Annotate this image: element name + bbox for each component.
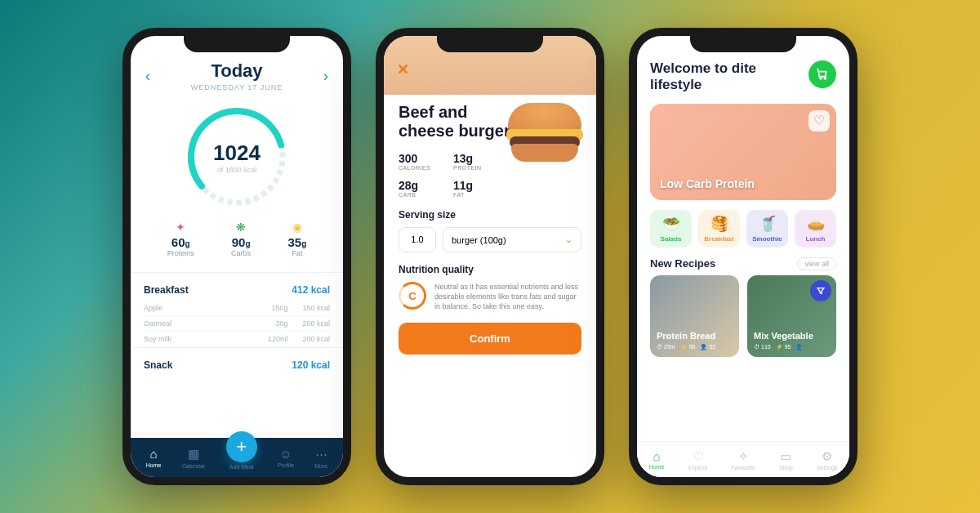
meal-item-row[interactable]: Soy milk120ml200 kcal [144,332,330,347]
person-icon: 👤 [700,344,707,350]
compass-icon: ✧ [738,449,749,464]
nav-shop[interactable]: ▭Shop [779,449,792,471]
view-all-button[interactable]: view all [797,257,836,270]
shop-icon: ▭ [780,449,791,464]
meal-section-snack[interactable]: Snack 120 kcal [131,347,343,371]
nav-favourite[interactable]: ✧Favourite [732,449,755,471]
profile-icon: ☺ [279,447,292,461]
quality-description: Neutral as it has essential nutrients an… [434,282,581,311]
serving-qty-input[interactable]: 1.0 [399,227,436,252]
serving-size-label: Serving size [399,209,581,221]
person-icon: 👤 [795,344,803,350]
phone-diet-lifestyle: Welcome to dite lifestyle ♡ Low Carb Pro… [629,28,858,485]
calories-goal-text: of 1800 kcal [217,166,257,174]
category-salads[interactable]: 🥗Salads [650,210,692,248]
page-title: Welcome to dite lifestyle [650,60,789,94]
salad-icon: 🥗 [662,215,680,233]
home-icon: ⌂ [653,449,660,463]
section-title: New Recipes [650,257,715,270]
nutrition-protein: 13gPROTEIN [453,152,497,171]
nutrition-fat: 11gFAT [453,179,497,198]
categories-row: 🥗Salads 🥞Breakfast 🥤Smoothie 🥧Lunch [650,210,836,248]
meal-kcal: 120 kcal [292,359,330,371]
meal-item-row[interactable]: Oatmeal30g200 kcal [144,316,330,332]
more-icon: ⋯ [315,447,327,462]
hero-card-title: Low Carb Protein [660,177,755,190]
svg-point-2 [820,78,822,79]
svg-point-3 [824,78,826,79]
calendar-icon: ▦ [188,447,199,462]
macro-fat: ◉ 35g Fat [287,221,306,257]
meal-kcal: 412 kcal [292,284,330,296]
meal-item-row[interactable]: Apple150g150 kcal [144,301,330,316]
nutrition-calories: 300CALORIES [399,152,442,171]
cart-icon [816,68,829,81]
close-button[interactable]: ✕ [397,60,409,78]
nav-home[interactable]: ⌂Home [146,447,162,468]
nav-more[interactable]: ⋯More [314,447,327,469]
recipe-name: Mix Vegetable [754,331,830,341]
calories-value: 1024 [213,141,261,166]
heart-icon: ♡ [693,449,703,464]
confirm-button[interactable]: Confirm [399,323,581,355]
meal-name: Snack [144,359,172,371]
lunch-icon: 🥧 [807,215,825,233]
nav-calendar[interactable]: ▦Calendar [182,447,205,469]
prev-day-button[interactable]: ‹ [145,68,150,85]
bottom-nav: ⌂Home ♡Explore ✧Favourite ▭Shop ⚙Setting… [637,441,849,477]
heart-icon: ♡ [813,113,825,128]
category-smoothie[interactable]: 🥤Smoothie [746,210,788,248]
filter-button[interactable] [810,280,831,301]
meal-name: Breakfast [144,284,189,296]
category-breakfast[interactable]: 🥞Breakfast [698,210,740,248]
page-title: Today [191,60,283,82]
nav-home[interactable]: ⌂Home [649,449,665,470]
chevron-down-icon: ⌄ [565,234,572,245]
nav-profile[interactable]: ☺Profile [278,447,294,468]
food-image [500,95,590,176]
nav-explore[interactable]: ♡Explore [688,449,708,471]
hero-card[interactable]: ♡ Low Carb Protein [650,104,836,200]
recipe-card[interactable]: Mix Vegetable ⏱110 ⚡95 👤 [747,275,836,357]
recipe-meta: ⏱110 ⚡95 👤 [754,344,830,350]
clock-icon: ⏱ [754,344,760,350]
meal-section-breakfast[interactable]: Breakfast 412 kcal Apple150g150 kcal Oat… [131,272,343,347]
phone-calorie-tracker: ‹ Today WEDNESDAY 17 JUNE › 1024 of 1800… [122,28,351,485]
gear-icon: ⚙ [822,449,832,464]
nutrition-carb: 28gCARB [399,179,442,198]
energy-icon: ⚡ [680,344,688,350]
filter-icon [816,286,826,296]
quality-grade-badge: C [399,282,426,310]
favorite-button[interactable]: ♡ [808,110,830,132]
recipe-name: Protein Bread [657,331,733,341]
phone-notch [437,34,543,52]
nav-add-meal[interactable]: +Add Meal [226,446,257,470]
energy-icon: ⚡ [776,344,783,350]
proteins-icon: ✦ [167,221,194,234]
smoothie-icon: 🥤 [759,215,777,233]
nutrition-quality-label: Nutrition quality [399,264,581,275]
recipe-meta: ⏱25m ⚡95 👤02 [657,344,733,350]
clock-icon: ⏱ [657,344,662,350]
macro-proteins: ✦ 60g Proteins [167,221,194,257]
add-meal-button[interactable]: + [226,431,257,462]
phone-notch [690,34,796,52]
phone-notch [184,34,290,52]
home-icon: ⌂ [150,447,158,461]
serving-unit-select[interactable]: burger (100g) ⌄ [443,227,581,252]
calorie-gauge: 1024 of 1800 kcal [180,100,294,214]
fat-icon: ◉ [287,221,306,234]
nutrition-grid: 300CALORIES 13gPROTEIN 28gCARB 11gFAT [399,152,497,198]
breakfast-icon: 🥞 [710,215,728,233]
category-lunch[interactable]: 🥧Lunch [795,210,836,248]
recipe-card[interactable]: Protein Bread ⏱25m ⚡95 👤02 [650,275,739,357]
bottom-nav: ⌂Home ▦Calendar +Add Meal ☺Profile ⋯More [131,438,343,477]
next-day-button[interactable]: › [323,68,328,85]
cart-button[interactable] [808,60,836,88]
nav-settings[interactable]: ⚙Settings [817,449,837,471]
phone-food-detail: ✕ Beef and cheese burger 300CALORIES 13g… [376,28,604,485]
